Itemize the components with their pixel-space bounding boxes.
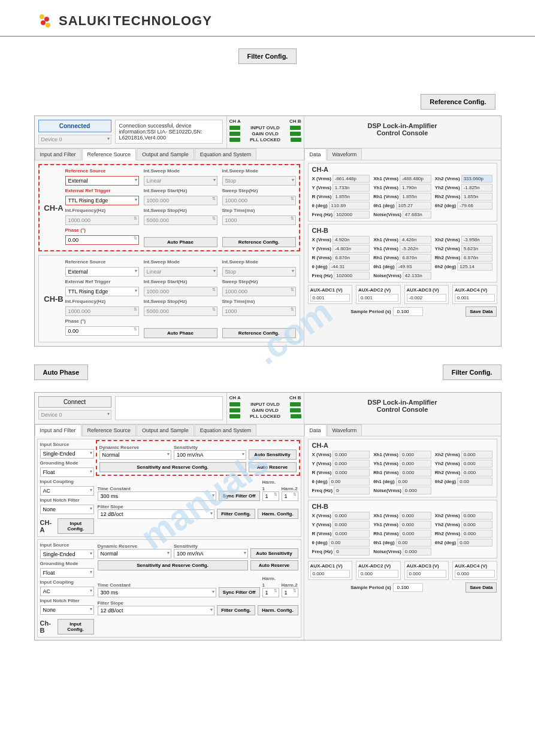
tab-data-2[interactable]: Data [304,424,327,436]
cha-step-time[interactable] [222,215,296,225]
chb-filter-slope[interactable] [98,606,215,615]
data-cha: CH-A X (Vrms)-661.448p Xh1 (Vrms)-488.48… [308,163,497,221]
chb-phase[interactable] [65,326,139,336]
chb-sweep-mode2[interactable] [222,267,296,277]
led-icon [290,402,301,406]
cha-sweep-start[interactable] [144,196,217,205]
chb-harm2[interactable] [282,588,298,597]
chb-auto-sensitivity-button[interactable]: Auto Sensitivity [250,548,298,558]
led-icon [229,126,240,130]
cha-sensitivity[interactable] [174,450,246,460]
device-select[interactable] [38,135,111,144]
chb-filter-config-button[interactable]: Filter Config. [217,605,255,615]
cha-sweep-mode2[interactable] [222,176,296,186]
tab-input-filter[interactable]: Input and Filter [35,148,81,160]
cha-dyn-reserve[interactable] [99,450,172,460]
tab-waveform-2[interactable]: Waveform [327,424,362,436]
chb-sweep-stop[interactable] [144,306,217,316]
cha-time-constant[interactable] [98,491,216,501]
chb-auto-phase-button[interactable]: Auto Phase [144,328,217,338]
chb-sweep-start[interactable] [144,287,217,296]
chb-ref-source[interactable] [65,267,139,277]
chb-harm-config-button[interactable]: Harm. Config. [258,605,298,615]
chb-step-time[interactable] [222,306,296,316]
chb-harm1[interactable] [262,588,279,597]
cha-sens-reserve-config-button[interactable]: Sensitivity and Reserve Config. [99,462,246,472]
tab-reference-source-2[interactable]: Reference Source [82,424,137,436]
tab-data[interactable]: Data [304,148,327,160]
tab-reference-source[interactable]: Reference Source [82,148,137,160]
app-window-2: Connect CH ACH B INPUT OVLD GAIN OVLD PL… [34,392,501,640]
chb-input-source[interactable] [40,549,94,559]
connected-button[interactable]: Connected [38,120,111,132]
cha-int-freq[interactable] [65,215,139,225]
svg-point-2 [41,20,46,25]
filter-config-button-2[interactable]: Filter Config. [443,365,501,380]
chb-sweep-step[interactable] [222,287,296,296]
cha-coupling[interactable] [40,486,94,496]
chb-input-config-button[interactable]: Input Config. [58,619,94,634]
led-icon [229,402,240,406]
cha-input-source[interactable] [40,449,94,459]
cha-auto-sensitivity-button[interactable]: Auto Sensitivity [249,450,297,460]
tab-waveform[interactable]: Waveform [327,148,362,160]
chb-sweep-mode[interactable] [144,267,217,277]
chb-auto-reserve-button[interactable]: Auto Reserve [250,560,298,570]
auto-phase-button-standalone[interactable]: Auto Phase [34,365,89,380]
cha-ref-source[interactable] [65,176,139,186]
cha-sweep-stop[interactable] [144,215,217,225]
cha-harm1[interactable] [262,491,279,501]
filter-config-button[interactable]: Filter Config. [238,48,297,64]
chb-notch[interactable] [40,605,94,615]
brand-logo: SALUKI TECHNOLOGY [36,12,499,30]
chb-dyn-reserve[interactable] [98,549,172,558]
cha-ext-trigger[interactable] [65,196,139,205]
aux-adc4: 0.001 [455,294,495,302]
tab-input-filter-2[interactable]: Input and Filter [35,424,81,436]
cha-filter-slope[interactable] [98,509,215,519]
reference-config-button[interactable]: Reference Config. [421,94,495,110]
aux-adc1: 0.001 [310,294,350,302]
connect-button[interactable]: Connect [38,396,111,408]
led-icon [290,126,301,130]
tab-equation-system[interactable]: Equation and System [195,148,257,160]
cha-input-config-button[interactable]: Input Config. [58,518,93,534]
led-icon [290,408,301,412]
chb-ref-config-button[interactable]: Reference Config. [222,328,296,338]
cha-sweep-step[interactable] [222,196,296,205]
chb-grounding[interactable] [40,568,94,578]
svg-point-3 [46,23,50,28]
tab-output-sample[interactable]: Output and Sample [137,148,194,160]
cha-filter-config-button[interactable]: Filter Config. [217,509,255,519]
cha-harm-config-button[interactable]: Harm. Config. [258,509,298,519]
tab-output-sample-2[interactable]: Output and Sample [137,424,194,436]
chb-time-constant[interactable] [98,588,216,597]
led-icon [291,138,301,142]
cha-sweep-mode[interactable] [144,176,217,186]
cha-harm2[interactable] [282,491,298,501]
cha-auto-reserve-button[interactable]: Auto Reserve [249,462,297,472]
cha-notch[interactable] [40,505,94,514]
sample-period-2[interactable] [393,583,423,592]
led-icon [291,414,301,418]
cha-ref-section: CH-A Reference Source External Ref Trigg… [38,164,300,251]
chb-sync-filter-button[interactable]: Sync Filter Off [219,587,260,597]
cha-auto-phase-button[interactable]: Auto Phase [144,237,217,247]
save-data-button[interactable]: Save Data [466,306,497,317]
aux-adc2: 0.001 [358,294,398,302]
connection-info: Connection successful, device informatio… [115,120,223,144]
cha-ref-config-button[interactable]: Reference Config. [222,237,296,247]
sample-period[interactable] [393,307,423,316]
chb-sensitivity[interactable] [174,549,248,558]
cha-grounding[interactable] [40,467,94,477]
cha-sync-filter-button[interactable]: Sync Filter Off [219,491,260,501]
aux-adc3: -0.002 [407,294,447,302]
chb-int-freq[interactable] [65,306,139,316]
save-data-button-2[interactable]: Save Data [466,582,497,593]
device-select-2[interactable] [38,410,111,420]
tab-equation-system-2[interactable]: Equation and System [195,424,257,436]
chb-coupling[interactable] [40,587,94,596]
cha-phase[interactable] [65,235,139,245]
chb-ext-trigger[interactable] [65,287,139,296]
chb-sens-reserve-config-button[interactable]: Sensitivity and Reserve Config. [98,560,248,570]
